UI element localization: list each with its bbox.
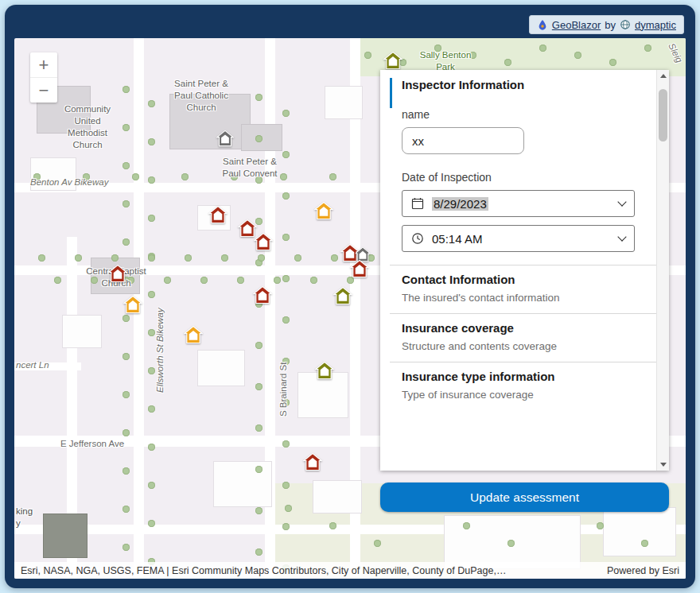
tree-dot — [310, 277, 317, 284]
section-subtitle: The insured's contact information — [402, 292, 640, 304]
house-marker-red[interactable] — [350, 259, 369, 278]
tree-dot — [148, 444, 155, 451]
map-label: ncert Ln — [16, 359, 49, 371]
update-assessment-button[interactable]: Update assessment — [380, 483, 669, 512]
tree-dot — [597, 522, 604, 529]
zoom-out-button[interactable]: − — [30, 78, 57, 103]
tree-dot — [185, 254, 192, 262]
scrollbar-thumb[interactable] — [659, 89, 667, 141]
clock-icon — [411, 232, 424, 245]
tree-dot — [122, 86, 130, 93]
building — [603, 507, 676, 556]
tree-dot — [463, 522, 470, 529]
attribution-text: Esri, NASA, NGA, USGS, FEMA | Esri Commu… — [21, 565, 506, 576]
house-marker-olive[interactable] — [333, 286, 352, 305]
map-label: S Brainard St — [278, 362, 290, 417]
tree-dot — [329, 522, 336, 529]
tree-dot — [282, 192, 290, 200]
tree-dot — [282, 275, 290, 282]
zoom-in-button[interactable]: + — [30, 52, 57, 77]
name-field-label: name — [402, 108, 640, 121]
house-marker-red[interactable] — [253, 285, 272, 304]
tree-dot — [148, 291, 155, 298]
tree-dot — [280, 173, 287, 180]
tree-dot — [282, 482, 290, 489]
insurance-coverage-section[interactable]: Insurance coverage Structure and content… — [402, 314, 640, 362]
tree-dot — [504, 59, 511, 66]
powered-by-esri: Powered by Esri — [607, 565, 679, 576]
tree-dot — [122, 200, 130, 207]
tree-dot — [539, 45, 546, 52]
building — [62, 315, 102, 348]
section-title: Contact Information — [402, 273, 640, 286]
tree-dot — [644, 45, 651, 52]
tree-dot — [294, 254, 301, 262]
house-marker-olive[interactable] — [315, 361, 334, 380]
tree-dot — [282, 316, 290, 324]
date-field-label: Date of Inspection — [402, 171, 640, 184]
map-label: Benton Av Bikeway — [30, 176, 108, 188]
tree-dot — [148, 482, 155, 489]
tree-dot — [122, 391, 130, 398]
tree-dot — [148, 138, 155, 145]
road — [14, 525, 686, 534]
house-marker-gray[interactable] — [216, 130, 234, 147]
scroll-up-button[interactable] — [657, 70, 669, 82]
scroll-down-button[interactable] — [657, 459, 669, 471]
active-section-accent — [390, 78, 392, 108]
contact-information-section[interactable]: Contact Information The insured's contac… — [402, 265, 640, 313]
time-value: 05:14 AM — [432, 232, 611, 246]
tree-dot — [148, 176, 155, 184]
house-marker-orange[interactable] — [123, 295, 142, 314]
dymaptic-link[interactable]: dymaptic — [635, 19, 676, 31]
tree-dot — [148, 520, 155, 527]
map-attribution-bar: Esri, NASA, NGA, USGS, FEMA | Esri Commu… — [14, 562, 686, 579]
tree-dot — [329, 173, 336, 180]
brand-by-label: by — [605, 19, 616, 31]
building — [197, 350, 245, 386]
tree-dot — [255, 548, 262, 556]
tree-dot — [641, 540, 648, 547]
house-marker-red[interactable] — [208, 205, 228, 224]
map-label: Saint Peter & Paul Catholic Church — [174, 78, 228, 114]
map-label: Ellsworth St Bikeway — [154, 308, 166, 393]
calendar-icon — [411, 197, 424, 210]
tree-dot — [122, 353, 130, 360]
date-picker[interactable]: 8/29/2023 — [402, 190, 635, 217]
tree-dot — [331, 254, 338, 262]
tree-dot — [122, 544, 130, 551]
tree-dot — [255, 135, 262, 142]
tree-dot — [148, 100, 155, 107]
house-marker-orange[interactable] — [184, 325, 203, 344]
tree-dot — [200, 277, 208, 284]
insurance-type-section[interactable]: Insurance type information Type of insur… — [402, 362, 640, 410]
tree-dot — [255, 424, 262, 432]
tree-dot — [122, 506, 130, 513]
tree-dot — [258, 254, 265, 262]
map[interactable]: Sally Benton ParkSaint Peter & Paul Cath… — [14, 38, 686, 579]
house-marker-red[interactable] — [303, 452, 322, 471]
house-marker-red[interactable] — [254, 232, 273, 251]
geoblazor-link[interactable]: GeoBlazor — [552, 19, 601, 31]
form-panel: Inspector Information name Date of Inspe… — [380, 70, 669, 471]
tree-dot — [374, 540, 381, 547]
dymaptic-logo-icon — [620, 19, 631, 30]
house-marker-olive[interactable] — [383, 51, 402, 70]
tree-dot — [282, 151, 290, 158]
tree-dot — [122, 238, 130, 246]
house-marker-red[interactable] — [108, 264, 127, 283]
section-subtitle: Structure and contents coverage — [402, 340, 640, 352]
tree-dot — [255, 342, 262, 349]
tree-dot — [508, 540, 515, 547]
tree-dot — [282, 523, 290, 530]
tree-dot — [132, 173, 139, 180]
tree-dot — [282, 440, 290, 448]
tree-dot — [221, 254, 228, 262]
house-marker-orange[interactable] — [314, 201, 333, 220]
triangle-down-icon — [660, 463, 667, 467]
name-input[interactable] — [402, 127, 524, 154]
panel-scrollbar[interactable] — [656, 70, 669, 471]
building — [213, 461, 272, 507]
time-picker[interactable]: 05:14 AM — [402, 225, 635, 252]
tree-dot — [164, 277, 171, 284]
